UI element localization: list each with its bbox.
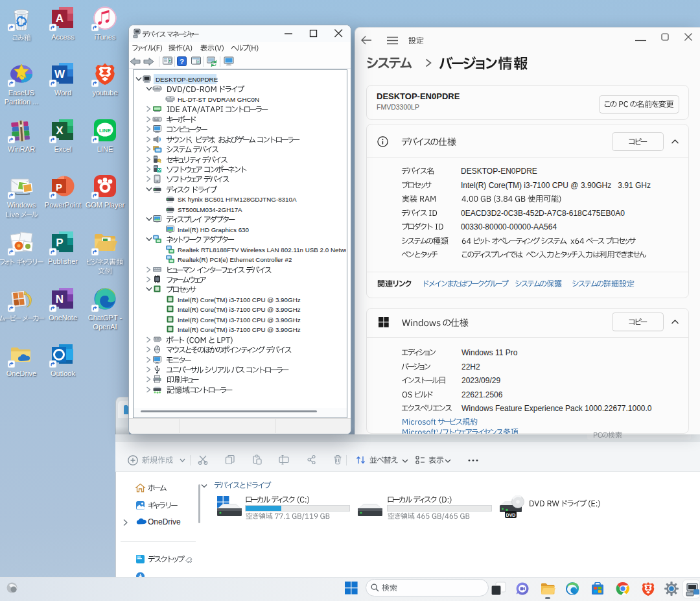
- svg-text:LINE: LINE: [99, 128, 111, 134]
- svg-text:N: N: [56, 293, 64, 305]
- svg-text:?: ?: [180, 58, 184, 65]
- svg-text:DVD: DVD: [506, 513, 516, 517]
- svg-text:W: W: [54, 68, 65, 80]
- svg-text:A: A: [56, 12, 64, 25]
- svg-text:X: X: [56, 124, 64, 137]
- svg-text:P: P: [56, 237, 63, 249]
- svg-text:P: P: [56, 182, 62, 193]
